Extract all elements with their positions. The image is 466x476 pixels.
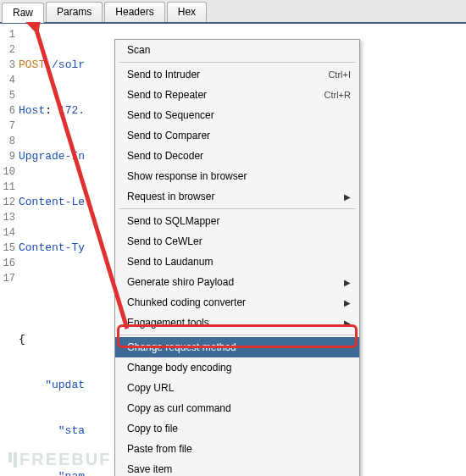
tab-hex[interactable]: Hex — [167, 2, 207, 22]
menu-show-response[interactable]: Show response in browser — [115, 166, 359, 186]
menu-separator — [119, 62, 356, 63]
chevron-right-icon: ▶ — [344, 298, 351, 307]
menu-send-cewler[interactable]: Send to CeWLer — [115, 231, 359, 252]
menu-request-browser[interactable]: Request in browser▶ — [115, 186, 359, 207]
chevron-right-icon: ▶ — [344, 192, 351, 202]
menu-chunked-converter[interactable]: Chunked coding converter▶ — [115, 292, 359, 313]
menu-save-item[interactable]: Save item — [115, 459, 359, 476]
watermark-icon — [8, 452, 17, 468]
menu-send-repeater[interactable]: Send to RepeaterCtrl+R — [115, 85, 359, 105]
menu-send-comparer[interactable]: Send to Comparer — [115, 125, 359, 146]
menu-scan[interactable]: Scan — [115, 40, 359, 60]
chevron-right-icon: ▶ — [344, 318, 351, 328]
menu-send-laudanum[interactable]: Send to Laudanum — [115, 252, 359, 272]
menu-copy-url[interactable]: Copy URL — [115, 378, 359, 398]
context-menu: Scan Send to IntruderCtrl+I Send to Repe… — [114, 39, 360, 476]
chevron-right-icon: ▶ — [344, 278, 351, 287]
tab-headers[interactable]: Headers — [104, 2, 164, 22]
tab-bar: Raw Params Headers Hex — [0, 0, 466, 24]
menu-send-sqlmapper[interactable]: Send to SQLMapper — [115, 211, 359, 231]
menu-change-request-method[interactable]: Change request method — [115, 337, 359, 357]
menu-separator — [119, 208, 356, 209]
menu-send-decoder[interactable]: Send to Decoder — [115, 146, 359, 166]
menu-paste-file[interactable]: Paste from file — [115, 439, 359, 459]
tab-raw[interactable]: Raw — [2, 3, 44, 23]
menu-shiro-payload[interactable]: Generate shiro Payload▶ — [115, 272, 359, 292]
line-gutter: 1 2 3 4 5 6 7 8 9 10 11 12 13 14 15 16 1… — [0, 27, 19, 476]
tab-params[interactable]: Params — [46, 2, 103, 22]
menu-send-intruder[interactable]: Send to IntruderCtrl+I — [115, 64, 359, 85]
watermark: FREEBUF — [8, 450, 111, 469]
menu-copy-file[interactable]: Copy to file — [115, 418, 359, 439]
menu-send-sequencer[interactable]: Send to Sequencer — [115, 105, 359, 125]
menu-separator — [119, 335, 356, 335]
menu-copy-curl[interactable]: Copy as curl command — [115, 398, 359, 418]
menu-engagement-tools[interactable]: Engagement tools▶ — [115, 313, 359, 333]
menu-change-body-encoding[interactable]: Change body encoding — [115, 357, 359, 378]
